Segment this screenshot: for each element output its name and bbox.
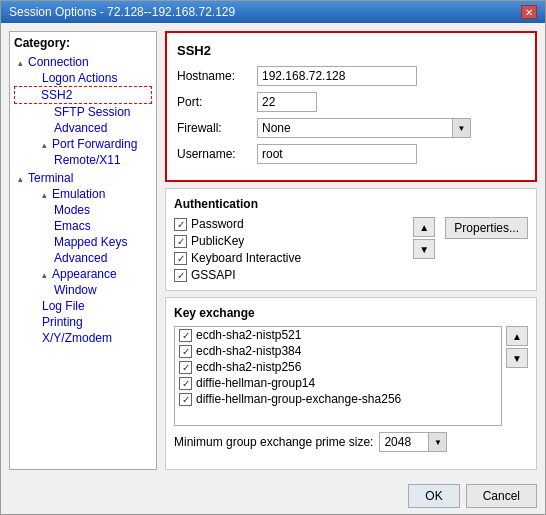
username-label: Username: (177, 147, 257, 161)
ok-button[interactable]: OK (408, 484, 459, 508)
window-link[interactable]: Window (54, 283, 97, 297)
modes-link[interactable]: Modes (54, 203, 90, 217)
logon-actions-link[interactable]: Logon Actions (42, 71, 117, 85)
tree-item-emacs[interactable]: Emacs (14, 218, 152, 234)
tree-item-emulation[interactable]: ▴Emulation (14, 186, 152, 202)
auth-publickey-row: ✓ PublicKey (174, 234, 407, 248)
tree-item-window[interactable]: Window (14, 282, 152, 298)
main-content: Category: ▴Connection Logon Actions SSH2… (1, 23, 545, 478)
firewall-row: Firewall: None ▼ (177, 118, 525, 138)
bottom-bar: OK Cancel (1, 478, 545, 514)
tree-item-connection[interactable]: ▴Connection (14, 54, 152, 70)
kex-item-1: ✓ ecdh-sha2-nistp384 (175, 343, 501, 359)
kex-label-1: ecdh-sha2-nistp384 (196, 344, 301, 358)
kex-check-4[interactable]: ✓ (179, 393, 192, 406)
tree-item-advanced-term[interactable]: Advanced (14, 250, 152, 266)
kex-check-1[interactable]: ✓ (179, 345, 192, 358)
tree-item-remote-x11[interactable]: Remote/X11 (14, 152, 152, 168)
tree-item-appearance[interactable]: ▴Appearance (14, 266, 152, 282)
auth-gssapi-label: GSSAPI (191, 268, 236, 282)
tree-item-logon-actions[interactable]: Logon Actions (14, 70, 152, 86)
emulation-expand-icon: ▴ (42, 190, 52, 200)
connection-link[interactable]: Connection (28, 55, 89, 69)
auth-scroll-down[interactable]: ▼ (413, 239, 435, 259)
kex-label-2: ecdh-sha2-nistp256 (196, 360, 301, 374)
username-input[interactable] (257, 144, 417, 164)
tree-item-modes[interactable]: Modes (14, 202, 152, 218)
ssh2-section: SSH2 Hostname: Port: Firewall: None (165, 31, 537, 182)
close-button[interactable]: ✕ (521, 5, 537, 19)
auth-scroll-up[interactable]: ▲ (413, 217, 435, 237)
kex-check-0[interactable]: ✓ (179, 329, 192, 342)
advanced-conn-link[interactable]: Advanced (54, 121, 107, 135)
port-label: Port: (177, 95, 257, 109)
firewall-selected: None (262, 121, 291, 135)
kex-scroll-buttons: ▲ ▼ (506, 326, 528, 426)
tree-item-advanced-conn[interactable]: Advanced (14, 120, 152, 136)
tree-item-printing[interactable]: Printing (14, 314, 152, 330)
username-row: Username: (177, 144, 525, 164)
auth-content: ✓ Password ✓ PublicKey ✓ Keyboard Intera… (174, 217, 528, 282)
mapped-keys-link[interactable]: Mapped Keys (54, 235, 127, 249)
auth-password-check[interactable]: ✓ (174, 218, 187, 231)
auth-password-row: ✓ Password (174, 217, 407, 231)
advanced-term-link[interactable]: Advanced (54, 251, 107, 265)
port-forwarding-link[interactable]: Port Forwarding (52, 137, 137, 151)
kex-scroll-down[interactable]: ▼ (506, 348, 528, 368)
tree-item-mapped-keys[interactable]: Mapped Keys (14, 234, 152, 250)
ssh2-link[interactable]: SSH2 (41, 88, 72, 102)
expand-icon: ▴ (18, 58, 28, 68)
kex-label-3: diffie-hellman-group14 (196, 376, 315, 390)
remote-x11-link[interactable]: Remote/X11 (54, 153, 121, 167)
printing-link[interactable]: Printing (42, 315, 83, 329)
auth-keyboard-label: Keyboard Interactive (191, 251, 301, 265)
firewall-dropdown-arrow[interactable]: ▼ (453, 118, 471, 138)
kex-item-0: ✓ ecdh-sha2-nistp521 (175, 327, 501, 343)
auth-password-label: Password (191, 217, 244, 231)
cancel-button[interactable]: Cancel (466, 484, 537, 508)
kex-item-2: ✓ ecdh-sha2-nistp256 (175, 359, 501, 375)
tree-item-terminal[interactable]: ▴Terminal (14, 170, 152, 186)
kex-label-4: diffie-hellman-group-exchange-sha256 (196, 392, 401, 406)
port-input[interactable] (257, 92, 317, 112)
auth-title: Authentication (174, 197, 528, 211)
properties-button[interactable]: Properties... (445, 217, 528, 239)
prime-label: Minimum group exchange prime size: (174, 435, 373, 449)
window-title: Session Options - 72.128--192.168.72.129 (9, 5, 235, 19)
auth-publickey-check[interactable]: ✓ (174, 235, 187, 248)
tree-item-xyzmodem[interactable]: X/Y/Zmodem (14, 330, 152, 346)
auth-gssapi-check[interactable]: ✓ (174, 269, 187, 282)
prime-selected: 2048 (384, 435, 411, 449)
emulation-link[interactable]: Emulation (52, 187, 105, 201)
firewall-select-wrapper: None ▼ (257, 118, 471, 138)
kex-list[interactable]: ✓ ecdh-sha2-nistp521 ✓ ecdh-sha2-nistp38… (174, 326, 502, 426)
kex-item-3: ✓ diffie-hellman-group14 (175, 375, 501, 391)
firewall-value[interactable]: None (257, 118, 453, 138)
auth-keyboard-check[interactable]: ✓ (174, 252, 187, 265)
prime-value[interactable]: 2048 (379, 432, 429, 452)
authentication-section: Authentication ✓ Password ✓ PublicKey ✓ (165, 188, 537, 291)
hostname-label: Hostname: (177, 69, 257, 83)
auth-buttons: ▲ ▼ (413, 217, 439, 282)
appearance-expand-icon: ▴ (42, 270, 52, 280)
appearance-link[interactable]: Appearance (52, 267, 117, 281)
terminal-link[interactable]: Terminal (28, 171, 73, 185)
tree-item-log-file[interactable]: Log File (14, 298, 152, 314)
prime-dropdown-arrow[interactable]: ▼ (429, 432, 447, 452)
port-expand-icon: ▴ (42, 140, 52, 150)
kex-check-3[interactable]: ✓ (179, 377, 192, 390)
session-options-window: Session Options - 72.128--192.168.72.129… (0, 0, 546, 515)
sftp-link[interactable]: SFTP Session (54, 105, 130, 119)
xyzmodem-link[interactable]: X/Y/Zmodem (42, 331, 112, 345)
tree-item-ssh2[interactable]: SSH2 (14, 86, 152, 104)
hostname-input[interactable] (257, 66, 417, 86)
kex-scroll-up[interactable]: ▲ (506, 326, 528, 346)
kex-check-2[interactable]: ✓ (179, 361, 192, 374)
auth-checkboxes: ✓ Password ✓ PublicKey ✓ Keyboard Intera… (174, 217, 407, 282)
auth-publickey-label: PublicKey (191, 234, 244, 248)
emacs-link[interactable]: Emacs (54, 219, 91, 233)
right-panel: SSH2 Hostname: Port: Firewall: None (165, 31, 537, 470)
tree-item-sftp[interactable]: SFTP Session (14, 104, 152, 120)
log-file-link[interactable]: Log File (42, 299, 85, 313)
tree-item-port-forwarding[interactable]: ▴Port Forwarding (14, 136, 152, 152)
